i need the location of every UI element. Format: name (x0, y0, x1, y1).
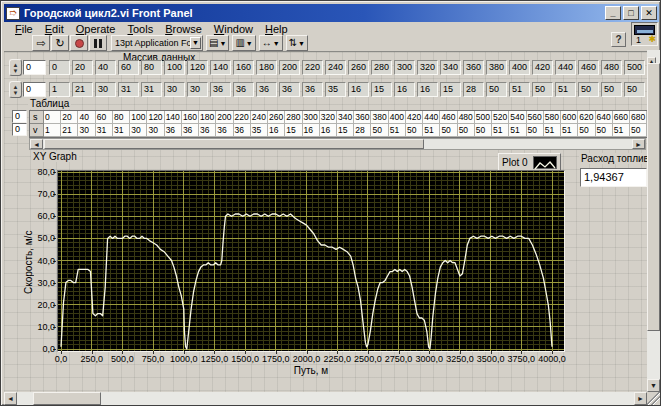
resize-objects-button[interactable]: ↔▼ (259, 35, 283, 51)
array1-element[interactable]: 0 (49, 60, 70, 75)
table-cell-s[interactable]: 520 (492, 111, 509, 124)
array2-element[interactable]: 36 (279, 82, 300, 97)
table-cell-s[interactable]: 500 (475, 111, 492, 124)
array1-element[interactable]: 260 (348, 60, 369, 75)
table-cell-s[interactable]: 400 (389, 111, 406, 124)
array2-element[interactable]: 50 (486, 82, 507, 97)
fuel-value[interactable]: 1,94367 (580, 168, 647, 187)
array1-element[interactable]: 420 (532, 60, 553, 75)
table-cell-v[interactable]: 15 (285, 124, 302, 137)
array1-element[interactable]: 40 (95, 60, 116, 75)
array2-element[interactable]: 36 (210, 82, 231, 97)
table-cell-s[interactable]: 540 (509, 111, 526, 124)
array2-element[interactable]: 15 (371, 82, 392, 97)
table-cell-v[interactable]: 30 (78, 124, 95, 137)
vertical-scrollbar[interactable]: ▲ ▼ (647, 50, 660, 392)
menu-item-help[interactable]: Help (259, 23, 294, 35)
align-objects-button[interactable]: ▤▼ (206, 35, 229, 51)
table-cell-s[interactable]: 280 (285, 111, 302, 124)
table-cell-v[interactable]: 36 (199, 124, 216, 137)
array1-element[interactable]: 160 (233, 60, 254, 75)
table-cell-v[interactable]: 51 (509, 124, 526, 137)
array2-element[interactable]: 28 (463, 82, 484, 97)
scroll-right-icon[interactable]: ► (634, 392, 647, 405)
table-cell-v[interactable]: 50 (458, 124, 475, 137)
table-horizontal-scrollbar[interactable]: ◄ ► (29, 138, 646, 150)
table-cell-v[interactable]: 50 (475, 124, 492, 137)
array1-element[interactable]: 480 (601, 60, 622, 75)
run-button[interactable]: ⇨ (32, 35, 50, 51)
table-cell-s[interactable]: 340 (337, 111, 354, 124)
table-cell-v[interactable]: 28 (354, 124, 371, 137)
array1-element[interactable]: 120 (187, 60, 208, 75)
array1-element[interactable]: 460 (578, 60, 599, 75)
table-cell-s[interactable]: 0 (44, 111, 61, 124)
table-cell-s[interactable]: 380 (371, 111, 388, 124)
array2-element[interactable]: 31 (118, 82, 139, 97)
array2-element[interactable]: 36 (256, 82, 277, 97)
table-cell-v[interactable]: 51 (613, 124, 630, 137)
table-cell-s[interactable]: 640 (596, 111, 613, 124)
array2-element[interactable]: 21 (72, 82, 93, 97)
array1-element[interactable]: 100 (164, 60, 185, 75)
table-cell-s[interactable]: 240 (251, 111, 268, 124)
array2-element[interactable]: 51 (509, 82, 530, 97)
table-cell-s[interactable]: 60 (96, 111, 113, 124)
array2-element[interactable]: 16 (417, 82, 438, 97)
scroll-left-icon[interactable]: ◄ (30, 139, 43, 149)
array1-element[interactable]: 380 (486, 60, 507, 75)
array1-index-spinner[interactable]: ▲▼ (9, 59, 22, 76)
table-cell-s[interactable]: 260 (268, 111, 285, 124)
table-cell-s[interactable]: 460 (440, 111, 457, 124)
array1-element[interactable]: 20 (72, 60, 93, 75)
table-scrollbar-thumb[interactable] (44, 139, 424, 149)
table-cell-v[interactable]: 1 (44, 124, 61, 137)
table-cell-s[interactable]: 440 (423, 111, 440, 124)
menu-item-file[interactable]: File (9, 23, 39, 35)
array2-element[interactable]: 51 (555, 82, 576, 97)
array1-element[interactable]: 280 (371, 60, 392, 75)
table-cell-v[interactable]: 16 (268, 124, 285, 137)
array1-element[interactable]: 320 (417, 60, 438, 75)
table-cell-s[interactable]: 80 (113, 111, 130, 124)
scroll-right-icon[interactable]: ► (632, 139, 645, 149)
title-bar[interactable]: ➱ Городской цикл2.vi Front Panel _ □ ✕ (4, 4, 659, 22)
help-button[interactable]: ? (611, 32, 626, 47)
table-cell-v[interactable]: 30 (147, 124, 164, 137)
table-cell-s[interactable]: 480 (458, 111, 475, 124)
array1-element[interactable]: 240 (325, 60, 346, 75)
table-cell-s[interactable]: 660 (613, 111, 630, 124)
table-cell-s[interactable]: 40 (78, 111, 95, 124)
menu-item-browse[interactable]: Browse (159, 23, 208, 35)
table-cell-v[interactable]: 15 (337, 124, 354, 137)
array1-element[interactable]: 400 (509, 60, 530, 75)
scroll-left-icon[interactable]: ◄ (4, 392, 17, 405)
table-cell-s[interactable]: 180 (199, 111, 216, 124)
abort-button[interactable] (70, 35, 88, 51)
array2-index-value[interactable]: 0 (23, 82, 46, 97)
table-cell-v[interactable]: 16 (320, 124, 337, 137)
array1-element[interactable]: 360 (463, 60, 484, 75)
vi-icon[interactable]: 1 ✱ (631, 22, 658, 46)
plot-legend[interactable]: Plot 0 (498, 153, 561, 171)
table-cell-v[interactable]: 50 (527, 124, 544, 137)
close-button[interactable]: ✕ (641, 6, 657, 20)
table-cell-v[interactable]: 36 (165, 124, 182, 137)
array2-element[interactable]: 50 (532, 82, 553, 97)
table-cell-v[interactable]: 51 (492, 124, 509, 137)
array1-element[interactable]: 220 (302, 60, 323, 75)
table-cell-v[interactable]: 31 (113, 124, 130, 137)
table-cell-s[interactable]: 600 (561, 111, 578, 124)
array2-element[interactable]: 35 (325, 82, 346, 97)
table-cell-v[interactable]: 50 (596, 124, 613, 137)
table-row-index[interactable]: 0 (12, 110, 27, 123)
array2-element[interactable]: 16 (348, 82, 369, 97)
table-cell-v[interactable]: 50 (440, 124, 457, 137)
maximize-button[interactable]: □ (623, 6, 639, 20)
run-continuous-button[interactable]: ↻ (51, 35, 69, 51)
array2-element[interactable]: 50 (601, 82, 622, 97)
xy-plot-area[interactable] (57, 170, 565, 352)
table-cell-v[interactable]: 36 (234, 124, 251, 137)
table-cell-s[interactable]: 100 (130, 111, 147, 124)
table-cell-v[interactable]: 35 (251, 124, 268, 137)
